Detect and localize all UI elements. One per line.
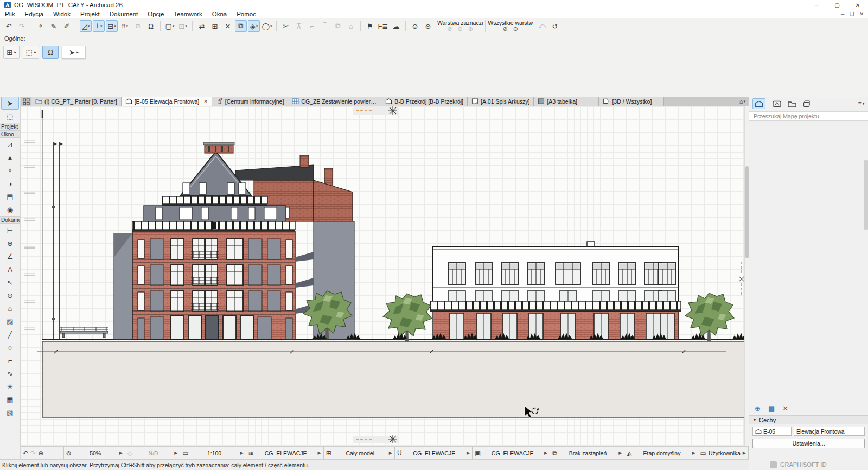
segment-arrow-icon[interactable]: ▶ [618,450,622,455]
text-tool[interactable]: A [0,263,20,276]
tab-overflow-icon[interactable]: ⌂▾ [736,97,749,106]
segment-arrow-icon[interactable]: ▶ [318,450,321,455]
tab-grid-icon[interactable] [21,97,31,106]
adjust-icon[interactable]: ⊼ [293,20,305,32]
dimension-tool[interactable]: ⊢ [0,224,20,237]
design-options-icon[interactable]: ◈▾ [248,20,260,32]
camera-path-tool[interactable]: ⌖ [0,164,20,177]
intersect-icon[interactable]: ⌐ [306,20,318,32]
survey-icon[interactable]: ⇄ [196,20,208,32]
rendering-icon[interactable]: ◯▾ [261,20,273,32]
viewpoint-id-field[interactable]: E-05 [752,427,792,436]
reset-orientation-icon[interactable]: ↺ [549,20,561,32]
undo-icon[interactable]: ↶ [3,20,15,32]
inject-parameters-icon[interactable]: ✎ [48,20,60,32]
menu-okna[interactable]: Okna [207,10,232,18]
drawing-tool[interactable]: ▧ [0,406,20,419]
arrow-mode-button[interactable]: ➤▸ [62,46,86,59]
segment-arrow-icon[interactable]: ▶ [467,450,470,455]
segment-arrow-icon[interactable]: ▶ [692,450,695,455]
lock-layer-icon[interactable]: ⊙ [458,26,463,32]
zoom-in-icon[interactable]: ⊕ [38,449,43,457]
frame-icon[interactable]: ▢▾ [164,20,176,32]
pick-parameters-icon[interactable]: ⌖ [35,20,47,32]
navigator-menu-icon[interactable]: ≡▸ [858,100,865,107]
tab--a3-tabelka-[interactable]: [A3 tabelka] [534,97,599,106]
zoom-previous-icon[interactable]: ↶ [23,449,28,457]
split-icon[interactable]: ✂ [280,20,292,32]
explode-icon[interactable]: ✕ [222,20,234,32]
quickbar-layer-combination[interactable]: ≋CG_ELEWACJE▶ [246,447,324,459]
magnet-toggle-button[interactable]: Ω [42,46,59,59]
fillet-icon[interactable]: ⌒ [319,20,331,32]
drawing-canvas[interactable]: 0. Parter-1. Garaż podziemny-2. Kondygna… [21,106,744,446]
spline-tool[interactable]: ∿ [0,367,20,380]
elevation-tool[interactable]: ⊿ [0,138,20,151]
angle-dimension-tool[interactable]: ∠ [0,250,20,263]
flag-icon[interactable]: ⚑ [364,20,376,32]
measure-icon[interactable]: ⊞ [209,20,221,32]
menu-plik[interactable]: Plik [0,10,20,18]
zone-tool[interactable]: ⊙ [0,289,20,302]
solo-layer-icon[interactable]: ⊚ [468,26,473,32]
layout-book-icon[interactable] [786,98,799,109]
tab-b-b-przekr-j-b-b-przekr-j-[interactable]: B-B Przekrój [B-B Przekrój] [381,97,468,106]
segment-arrow-icon[interactable]: ▶ [174,450,177,455]
marquee-settings-button[interactable]: ⬚▸ [23,46,39,59]
show-all-layers-icon[interactable]: ⊘ [502,26,507,32]
tab-cg-ze-zestawienie-powierz-[interactable]: CG_ZE Zestawienie powierz... [288,97,381,106]
quickbar-structure-display[interactable]: ⊞Cały model▶ [324,447,395,459]
segment-arrow-icon[interactable]: ▶ [544,450,547,455]
edit-elements-icon[interactable]: ⧉ [235,20,247,32]
level-dimension-tool[interactable]: ⊕ [0,237,20,250]
menu-teamwork[interactable]: Teamwork [169,10,207,18]
hide-layer-icon[interactable]: ⊘ [447,26,452,32]
quickbar-pen-set[interactable]: UCG_ELEWACJE▶ [395,447,473,459]
segment-arrow-icon[interactable]: ▶ [119,450,123,455]
unlock-all-layers-icon[interactable]: ⊙ [513,26,518,32]
delete-viewpoint-icon[interactable]: ✕ [782,404,788,412]
tab--e-05-elewacja-frontowa-[interactable]: [E-05 Elewacja Frontowa]✕ [122,97,212,106]
tab--i-cg-pt-parter-0-parter-[interactable]: (i) CG_PT_ Parter [0. Parter] [31,97,122,106]
redo-icon[interactable]: ↷ [16,20,28,32]
snap-guides-button[interactable]: ⟂▾ [93,20,105,32]
zoom-next-icon[interactable]: ↷ [30,449,36,457]
add-viewpoint-icon[interactable]: ⊕ [755,404,761,412]
guide-lines-button[interactable]: ◿▾ [80,20,92,32]
snap-points-button[interactable]: ⊟▾ [106,20,118,32]
quickbar-graphic-overrides[interactable]: ⧉Brak zastąpień▶ [550,447,624,459]
grid-snap-icon[interactable]: ⌗▾ [119,20,131,32]
tab-close-icon[interactable]: ✕ [201,99,208,104]
toolbox-section-projekt[interactable]: Projekt [0,123,20,130]
camera-tool[interactable]: ◉ [0,203,20,216]
maximize-icon[interactable]: ▢ [827,0,847,10]
properties-section-header[interactable]: ▾ Cechy [749,415,868,424]
resize-icon[interactable]: ⧉ [332,20,344,32]
gravity-icon[interactable]: Ω [145,20,157,32]
quickbar-dimensions-pref[interactable]: ▭Użytkownika▶ [698,447,749,459]
tree-scrollbar[interactable] [864,160,868,230]
worksheet-tool[interactable]: ▤ [0,190,20,203]
arrow-tool[interactable]: ➤ [1,97,19,110]
menu-opcje[interactable]: Opcje [143,10,169,18]
publisher-sets-icon[interactable] [801,98,814,109]
canvas-vertical-scrollbar[interactable] [744,106,749,446]
lock-unlock-icon[interactable]: ⊝ [422,20,434,32]
segment-arrow-icon[interactable]: ▶ [743,450,746,455]
menu-dokument[interactable]: Dokument [105,10,143,18]
detail-tool[interactable]: ◑ [0,177,20,190]
quickbar-orientation[interactable]: ◇N/D▶ [125,447,180,459]
fill-tool[interactable]: ▨ [0,315,20,328]
quickbar-renovation-filter[interactable]: ◭Etap domyślny▶ [624,447,698,459]
issue-manager-icon[interactable]: F≣ [377,20,389,32]
settings-button[interactable]: Ustawienia... [752,439,865,448]
skewed-grid-icon[interactable]: ⧄ [132,20,144,32]
segment-arrow-icon[interactable]: ▶ [240,450,243,455]
object-tool[interactable]: ⌂ [0,302,20,315]
menu-widok[interactable]: Widok [48,10,75,18]
selection-settings-button[interactable]: ⊞▸ [3,46,20,59]
toolbox-section-dokume[interactable]: Dokume [0,216,20,224]
search-input[interactable] [749,113,868,119]
rotate-view-icon[interactable]: ⤺ [536,20,548,32]
viewpoint-settings-icon[interactable]: ▤ [768,404,775,412]
